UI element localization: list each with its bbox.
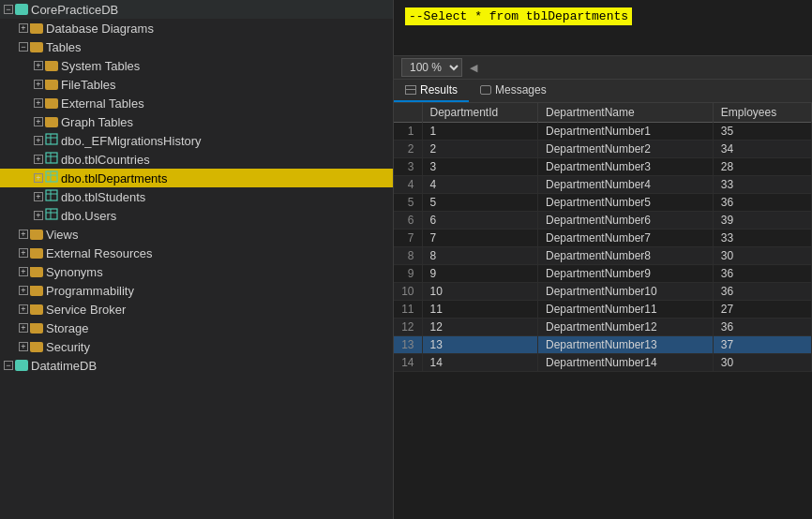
tab-messages[interactable]: Messages <box>469 80 558 102</box>
tree-item-label: dbo.tblStudents <box>61 190 145 204</box>
row-number: 2 <box>394 141 422 158</box>
svg-rect-0 <box>46 134 57 144</box>
tree-item-label: dbo.Users <box>61 209 116 223</box>
tree-item-label: DatatimeDB <box>31 359 97 373</box>
tree-item-views[interactable]: +Views <box>0 225 393 244</box>
table-row[interactable]: 33DepartmentNumber328 <box>394 158 812 176</box>
table-row[interactable]: 44DepartmentNumber433 <box>394 176 812 194</box>
expand-plus-icon[interactable]: + <box>34 192 43 201</box>
tree-item-programmability[interactable]: +Programmability <box>0 281 393 300</box>
expand-plus-icon[interactable]: + <box>19 342 28 351</box>
results-toolbar: 100 % ◀ <box>394 56 812 80</box>
tree-item-external-resources[interactable]: +External Resources <box>0 244 393 262</box>
table-row[interactable]: 88DepartmentNumber830 <box>394 247 812 265</box>
cell-department-name: DepartmentNumber13 <box>537 336 713 354</box>
cell-department-name: DepartmentNumber5 <box>537 194 713 212</box>
cell-department-id: 4 <box>422 176 537 194</box>
expand-plus-icon[interactable]: + <box>19 286 28 295</box>
folder-icon <box>30 286 43 296</box>
collapse-minus-icon[interactable]: − <box>19 42 28 52</box>
table-row[interactable]: 1111DepartmentNumber1127 <box>394 301 812 319</box>
sql-editor[interactable]: --Select * from tblDepartments <box>394 0 812 56</box>
cell-employees: 28 <box>713 158 811 176</box>
row-number: 12 <box>394 319 422 336</box>
table-row[interactable]: 1010DepartmentNumber1036 <box>394 283 812 301</box>
cell-department-name: DepartmentNumber7 <box>537 230 713 247</box>
cell-department-id: 12 <box>422 319 537 336</box>
cell-employees: 35 <box>713 123 811 141</box>
table-row[interactable]: 99DepartmentNumber936 <box>394 265 812 283</box>
collapse-minus-icon[interactable]: − <box>4 5 13 14</box>
tree-item-graph-tables[interactable]: +Graph Tables <box>0 112 393 131</box>
folder-icon <box>30 23 43 34</box>
table-header-row: DepartmentId DepartmentName Employees <box>394 103 812 123</box>
cell-department-id: 2 <box>422 141 537 158</box>
cell-department-name: DepartmentNumber1 <box>537 123 713 141</box>
table-row[interactable]: 1212DepartmentNumber1236 <box>394 319 812 336</box>
expand-plus-icon[interactable]: + <box>19 23 28 33</box>
table-row[interactable]: 1414DepartmentNumber1430 <box>394 354 812 372</box>
expand-plus-icon[interactable]: + <box>19 248 28 258</box>
tree-item-tblcountries[interactable]: + dbo.tblCountries <box>0 150 393 169</box>
tree-item-datetimedb[interactable]: −DatatimeDB <box>0 356 393 375</box>
tree-item-label: External Tables <box>61 96 144 111</box>
tree-item-label: dbo._EFMigrationsHistory <box>61 134 202 148</box>
tree-item-label: Service Broker <box>46 303 126 317</box>
tree-item-label: Synonyms <box>46 265 103 279</box>
expand-plus-icon[interactable]: + <box>19 267 28 276</box>
cell-employees: 36 <box>713 283 811 301</box>
cell-employees: 37 <box>713 336 811 354</box>
folder-icon <box>30 342 43 352</box>
table-row[interactable]: 11DepartmentNumber135 <box>394 123 812 141</box>
tree-item-tblstudents[interactable]: + dbo.tblStudents <box>0 187 393 206</box>
tree-item-label: dbo.tblCountries <box>61 153 150 167</box>
cell-department-name: DepartmentNumber14 <box>537 354 713 372</box>
expand-plus-icon[interactable]: + <box>34 173 43 183</box>
cell-department-name: DepartmentNumber11 <box>537 301 713 319</box>
table-row[interactable]: 66DepartmentNumber639 <box>394 212 812 230</box>
tree-item-storage[interactable]: +Storage <box>0 319 393 337</box>
tree-item-file-tables[interactable]: +FileTables <box>0 75 393 94</box>
table-row[interactable]: 55DepartmentNumber536 <box>394 194 812 212</box>
tree-item-efmigrations[interactable]: + dbo._EFMigrationsHistory <box>0 131 393 150</box>
expand-plus-icon[interactable]: + <box>34 98 43 108</box>
row-number: 11 <box>394 301 422 319</box>
tree-item-label: Graph Tables <box>61 115 133 129</box>
tree-item-tables[interactable]: −Tables <box>0 37 393 56</box>
expand-plus-icon[interactable]: + <box>34 117 43 126</box>
tree-item-tbldepartments[interactable]: + dbo.tblDepartments <box>0 169 393 187</box>
table-row[interactable]: 77DepartmentNumber733 <box>394 230 812 247</box>
table-row[interactable]: 22DepartmentNumber234 <box>394 141 812 158</box>
tree-item-external-tables[interactable]: +External Tables <box>0 94 393 112</box>
table-icon <box>45 189 61 204</box>
zoom-select[interactable]: 100 % <box>401 58 462 77</box>
folder-icon <box>30 248 43 259</box>
table-row[interactable]: 1313DepartmentNumber1337 <box>394 336 812 354</box>
tree-item-corepracticedb[interactable]: −CorePracticeDB <box>0 0 393 19</box>
svg-rect-12 <box>46 209 57 219</box>
tab-results[interactable]: Results <box>394 80 469 102</box>
expand-plus-icon[interactable]: + <box>34 155 43 164</box>
tree-item-security[interactable]: +Security <box>0 337 393 356</box>
cell-department-name: DepartmentNumber8 <box>537 247 713 265</box>
expand-plus-icon[interactable]: + <box>34 80 43 89</box>
row-number: 13 <box>394 336 422 354</box>
cell-department-id: 14 <box>422 354 537 372</box>
expand-plus-icon[interactable]: + <box>34 61 43 70</box>
tree-item-database-diagrams[interactable]: +Database Diagrams <box>0 19 393 37</box>
row-number: 9 <box>394 265 422 283</box>
tree-item-users[interactable]: + dbo.Users <box>0 206 393 225</box>
cell-employees: 30 <box>713 354 811 372</box>
tree-item-synonyms[interactable]: +Synonyms <box>0 262 393 281</box>
expand-plus-icon[interactable]: + <box>19 323 28 333</box>
scroll-left-arrow[interactable]: ◀ <box>470 62 477 74</box>
expand-plus-icon[interactable]: + <box>34 211 43 220</box>
tree-item-system-tables[interactable]: +System Tables <box>0 56 393 75</box>
expand-plus-icon[interactable]: + <box>19 304 28 314</box>
expand-plus-icon[interactable]: + <box>34 136 43 145</box>
expand-plus-icon[interactable]: + <box>19 230 28 239</box>
collapse-minus-icon[interactable]: − <box>4 361 13 370</box>
col-departmentname: DepartmentName <box>537 103 713 123</box>
cell-department-name: DepartmentNumber4 <box>537 176 713 194</box>
tree-item-service-broker[interactable]: +Service Broker <box>0 300 393 319</box>
